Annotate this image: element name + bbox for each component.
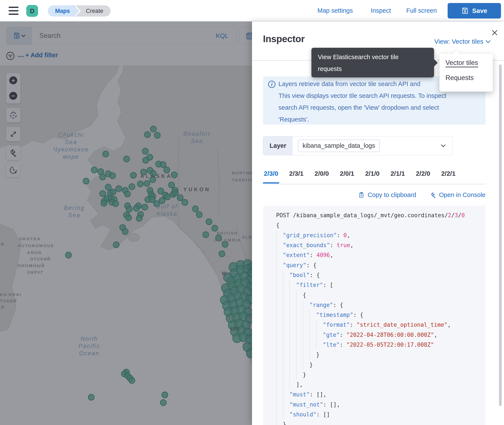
- code-line: "format": "strict_date_optional_time",: [276, 320, 485, 330]
- view-tooltip: View Elasticsearch vector tile requests: [311, 48, 434, 77]
- code-line: "filter": [: [276, 280, 485, 290]
- tab-2-2-1[interactable]: 2/2/1: [440, 170, 457, 183]
- open-in-console-button[interactable]: Open in Console: [430, 192, 485, 199]
- save-icon: [461, 7, 469, 14]
- code-line: "exact_bounds": true,: [276, 240, 485, 250]
- code-line: ],: [276, 380, 485, 390]
- menu-item-requests[interactable]: Requests: [445, 74, 493, 82]
- copy-icon: [358, 192, 365, 198]
- close-icon[interactable]: [491, 29, 498, 37]
- code-line: "gte": "2022-04-28T06:00:00.000Z",: [276, 330, 485, 340]
- inspector-title: Inspector: [263, 33, 305, 44]
- request-actions: Copy to clipboard Open in Console: [263, 192, 485, 199]
- layer-select[interactable]: kibana_sample_data_logs: [293, 136, 453, 155]
- save-button[interactable]: Save: [448, 3, 501, 19]
- code-line: "lte": "2022-05-05T22:00:17.008Z": [276, 340, 485, 350]
- scrollbar-thumb[interactable]: [499, 65, 502, 406]
- layer-select-row: Layer kibana_sample_data_logs: [263, 136, 453, 155]
- code-line: "bool": {: [276, 270, 485, 280]
- tab-2-2-0[interactable]: 2/2/0: [415, 170, 431, 183]
- full-screen-link[interactable]: Full screen: [406, 7, 437, 14]
- code-line: "should": []: [276, 410, 485, 419]
- top-header: D Maps Create Map settings Inspect Full …: [0, 0, 504, 21]
- menu-icon[interactable]: [9, 7, 19, 15]
- view-dropdown[interactable]: View: Vector tiles: [434, 38, 490, 45]
- layer-selected-value[interactable]: kibana_sample_data_logs: [298, 139, 380, 152]
- code-line: {: [276, 290, 485, 300]
- layer-label: Layer: [263, 136, 293, 155]
- tab-2-0-1[interactable]: 2/0/1: [339, 170, 355, 183]
- request-code-block[interactable]: POST /kibana_sample_data_logs/_mvt/geo.c…: [263, 206, 485, 425]
- tab-2-3-1[interactable]: 2/3/1: [288, 170, 304, 183]
- console-wrench-icon: [430, 192, 437, 198]
- copy-to-clipboard-button[interactable]: Copy to clipboard: [358, 192, 416, 199]
- code-line: }: [276, 360, 485, 370]
- breadcrumb: Maps Create: [48, 5, 111, 17]
- code-line: "timestamp": {: [276, 310, 485, 320]
- menu-item-vector-tiles[interactable]: Vector tiles: [445, 59, 493, 67]
- code-line: POST /kibana_sample_data_logs/_mvt/geo.c…: [276, 210, 485, 220]
- breadcrumb-maps[interactable]: Maps: [48, 5, 76, 17]
- code-line: "extent": 4096,: [276, 250, 485, 260]
- tabs-border: [263, 184, 485, 184]
- code-line: "range": {: [276, 300, 485, 310]
- view-dropdown-menu: Vector tilesRequests: [439, 54, 493, 92]
- chevron-down-icon: [486, 38, 491, 43]
- tab-2-0-0[interactable]: 2/0/0: [314, 170, 330, 183]
- inspect-link[interactable]: Inspect: [371, 7, 391, 14]
- avatar[interactable]: D: [26, 5, 38, 17]
- code-line: "must_not": [],: [276, 400, 485, 410]
- breadcrumb-create: Create: [76, 5, 111, 17]
- tab-2-3-0[interactable]: 2/3/0: [263, 170, 279, 183]
- code-line: "must": [],: [276, 390, 485, 399]
- map-settings-link[interactable]: Map settings: [317, 7, 353, 14]
- code-line: }: [276, 350, 485, 360]
- code-line: }: [276, 419, 485, 425]
- code-line: }: [276, 370, 485, 380]
- tile-tabs: 2/3/02/3/12/0/02/0/12/1/02/1/12/2/02/2/1: [263, 170, 485, 183]
- tab-2-1-0[interactable]: 2/1/0: [364, 170, 381, 183]
- code-line: "grid_precision": 0,: [276, 230, 485, 240]
- code-line: {: [276, 220, 485, 230]
- modal-dim-overlay: [0, 21, 252, 425]
- tab-2-1-1[interactable]: 2/1/1: [390, 170, 406, 183]
- chevron-down-icon: [441, 143, 445, 147]
- info-icon: i: [268, 81, 276, 88]
- code-line: "query": {: [276, 260, 485, 270]
